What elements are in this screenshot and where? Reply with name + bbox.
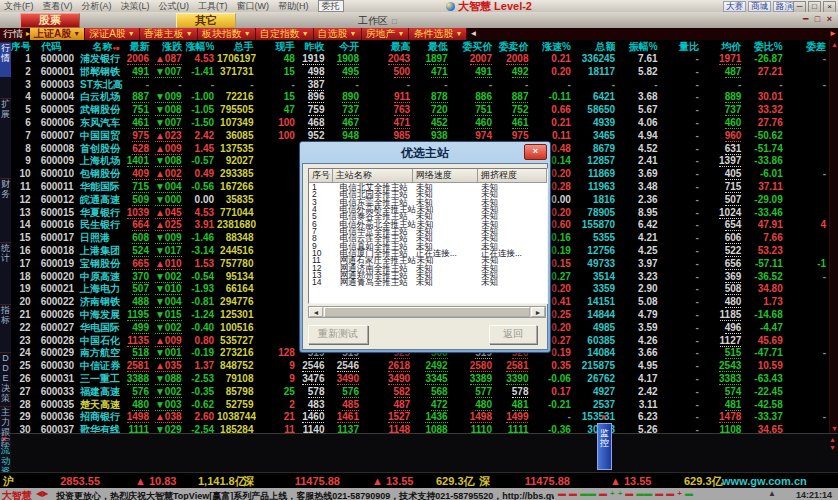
station-list-item[interactable]: 14网通青岛全推主站未知未知	[309, 278, 547, 285]
chevron-down-icon: ▼	[455, 28, 462, 40]
column-header-序号[interactable]: 序号	[11, 40, 37, 53]
sz-index-label[interactable]: 深	[243, 474, 254, 488]
table-row[interactable]: 28600035楚天高速480▼003-0.625275924834854874…	[11, 399, 829, 412]
tab-scroll-left-icon[interactable]: ◄	[467, 28, 479, 40]
market-tab-条件选股[interactable]: 条件选股▼	[409, 28, 467, 40]
hscroll-thumb[interactable]	[324, 307, 530, 317]
website-link[interactable]: www.gw.com.cn	[722, 474, 807, 488]
table-row[interactable]: 4600004白云机场887▼009-1.0072216158968909118…	[11, 91, 829, 104]
menu-item[interactable]: 公式(U)	[159, 0, 190, 13]
name-sort-icons: ●■	[112, 45, 119, 51]
market-tab-自定指数[interactable]: 自定指数▼	[256, 28, 314, 40]
table-row[interactable]: 25600030中信证券2581▲0351.378487529254625462…	[11, 360, 829, 373]
menu-item-trade[interactable]: 委托	[318, 0, 344, 12]
table-row[interactable]: 1600000浦发银行2006▲0874.5317061974819191908…	[11, 53, 829, 66]
market-tab-香港主板[interactable]: 香港主板▼	[140, 28, 198, 40]
signal-bar: ▬	[558, 489, 566, 499]
sidebar-tab-指标[interactable]: 指标	[0, 304, 11, 339]
menu-item[interactable]: 工具(T)	[198, 0, 228, 13]
sidebar-tab-DDE决策[interactable]: DDE决策	[0, 352, 11, 405]
select-station-dialog: 优选主站 × 序号主站名称网络速度拥挤程度 1电信北艾全推主站未知未知2电信北园…	[299, 141, 551, 353]
retest-button[interactable]: 重新测试	[308, 325, 368, 344]
scroll-up-icon[interactable]: ▲	[830, 41, 838, 48]
menu-item[interactable]: 文件(F)	[4, 0, 34, 13]
sidebar-tab-扩展[interactable]: 扩展	[0, 98, 11, 133]
column-header-委差[interactable]: 委差	[786, 40, 829, 53]
market-tab-自选股[interactable]: 自选股▼	[314, 28, 362, 40]
column-header-最新[interactable]: 最新	[125, 40, 153, 53]
station-column-header-主站名称[interactable]: 主站名称	[333, 169, 413, 183]
title-app-button[interactable]: 商城	[748, 1, 771, 12]
sh-index-label[interactable]: 沪	[3, 474, 14, 488]
sz-index-change: ▲ 13.55	[372, 474, 413, 488]
column-header-委卖价[interactable]: 委卖价	[495, 40, 531, 53]
menu-item[interactable]: 决策(L)	[121, 0, 150, 13]
column-header-振幅%[interactable]: 振幅%	[618, 40, 660, 53]
scroll-down-icon[interactable]: ▼	[830, 425, 838, 432]
back-button[interactable]: 返回	[489, 325, 537, 344]
column-header-总手[interactable]: 总手	[217, 40, 256, 53]
sz2-index-label[interactable]: 深	[479, 474, 490, 488]
column-header-名称[interactable]: 名称●■	[78, 40, 124, 53]
column-header-今开[interactable]: 今开	[328, 40, 362, 53]
sidebar-tab-行情[interactable]: 行情	[0, 42, 11, 77]
menu-item[interactable]: 查看(V)	[43, 0, 73, 13]
sz2-index-value: 11475.88	[506, 474, 570, 488]
column-header-均价[interactable]: 均价	[702, 40, 744, 53]
market-tab-板块指数[interactable]: 板块指数▼	[198, 28, 256, 40]
workspace-label[interactable]: 工作区 □	[358, 14, 397, 28]
column-header-昨收[interactable]: 昨收	[298, 40, 328, 53]
column-header-label: 涨跌	[162, 41, 182, 52]
market-tab-上证A股[interactable]: 上证A股▼	[30, 28, 85, 40]
station-column-header-拥挤程度[interactable]: 拥挤程度	[478, 169, 547, 183]
column-header-最高[interactable]: 最高	[362, 40, 413, 53]
monitor-collapse-icon[interactable]: ▼	[600, 413, 608, 422]
stock-button[interactable]: 股票	[20, 13, 80, 28]
table-row[interactable]: 5600005武钢股份751▼008-1.0579550547759737763…	[11, 104, 829, 117]
column-header-量比[interactable]: 量比	[661, 40, 702, 53]
table-row[interactable]: 2600001邯郸钢铁491▼007-1.4137173115498495500…	[11, 66, 829, 79]
table-scrollbar[interactable]: ▲ ▼	[829, 40, 838, 433]
column-header-总额[interactable]: 总额	[574, 40, 618, 53]
table-row[interactable]: 6600006东风汽车461▼007-1.5010734910046846747…	[11, 117, 829, 130]
hscroll-left-icon[interactable]: ◄	[309, 307, 323, 317]
column-header-现手[interactable]: 现手	[257, 40, 298, 53]
menu-item[interactable]: 帮助(H)	[278, 0, 309, 13]
column-header-最低[interactable]: 最低	[413, 40, 450, 53]
table-row[interactable]: 30600037歌华有线1111▼029-2.54185284111140113…	[11, 424, 829, 433]
table-row[interactable]: 26600031三一重工3388▼088-2.53791089347634903…	[11, 373, 829, 386]
column-header-涨跌[interactable]: 涨跌	[152, 40, 185, 53]
dialog-title: 优选主站	[302, 144, 548, 163]
column-header-委买价[interactable]: 委买价	[451, 40, 495, 53]
column-header-涨幅%[interactable]: 涨幅%	[185, 40, 218, 53]
market-tab-房地产[interactable]: 房地产▼	[362, 28, 410, 40]
tab-scroll-right-icon[interactable]: ►	[829, 29, 837, 38]
column-header-涨速%[interactable]: 涨速%	[532, 40, 574, 53]
column-header-委比%[interactable]: 委比%	[744, 40, 785, 53]
child-window-controls[interactable]: ━ □ ×	[803, 14, 834, 24]
column-header-label: 委买价	[462, 41, 492, 52]
station-list-hscrollbar[interactable]: ◄ ►	[308, 306, 546, 318]
station-column-header-网络速度[interactable]: 网络速度	[413, 169, 478, 183]
sidebar-tab-统计[interactable]: 统计	[0, 242, 11, 277]
column-header-label: 最低	[428, 41, 448, 52]
station-column-header-序号[interactable]: 序号	[309, 169, 333, 183]
ticker-arrows-icon[interactable]: ◀▶	[36, 489, 48, 498]
menu-item[interactable]: 窗口(W)	[237, 0, 270, 13]
table-row[interactable]: 27600033福建高速576▼002-0.358579825578576582…	[11, 386, 829, 399]
market-tab-label: 深证A股	[89, 28, 126, 40]
dialog-close-button[interactable]: ×	[524, 144, 547, 160]
sidebar-tab-财务[interactable]: 财务	[0, 178, 11, 213]
title-app-button[interactable]: 大赛	[723, 1, 746, 12]
sh-index-volume: 1,141.8亿	[198, 474, 246, 488]
menu-item[interactable]: 分析(A)	[82, 0, 112, 13]
monitor-strip[interactable]: 监控	[597, 423, 612, 470]
table-row[interactable]: 29600036招商银行1498▲0382.601038744211460146…	[11, 411, 829, 424]
panel-scroll-arrows[interactable]: ▲▼	[829, 436, 836, 452]
hscroll-right-icon[interactable]: ►	[531, 307, 545, 317]
other-button[interactable]: 其它	[176, 13, 236, 28]
sidebar-tab-主力跟踪[interactable]: 主力跟踪	[0, 406, 11, 471]
column-header-代码[interactable]: 代码	[37, 40, 78, 53]
table-row[interactable]: 3600003ST东北高-----387------------	[11, 79, 829, 92]
market-tab-深证A股[interactable]: 深证A股▼	[85, 28, 140, 40]
